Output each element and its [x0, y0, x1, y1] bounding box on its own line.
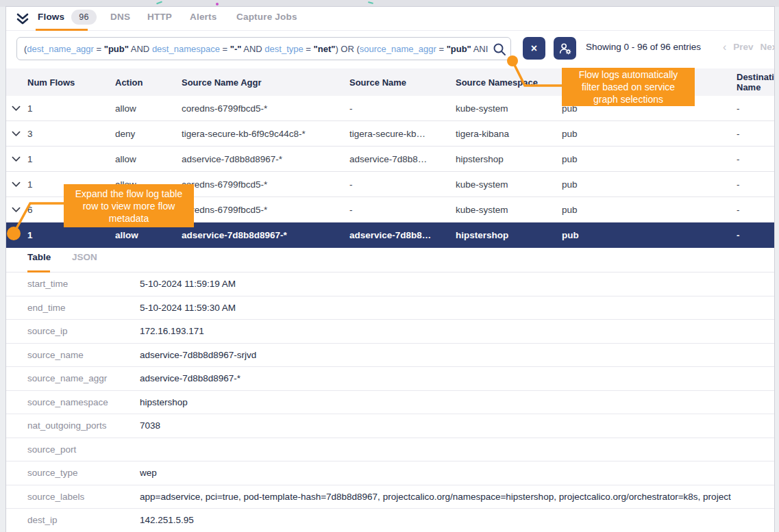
query-segment: dest_type [264, 44, 303, 54]
query-segment: AND [241, 44, 264, 54]
graph-edge-fragment [156, 1, 162, 5]
cell-src_name: - [349, 103, 456, 114]
cell-dest_aggr: pub [562, 129, 737, 139]
cell-src_aggr: tigera-secure-kb-6f9c9c44c8-* [182, 129, 349, 139]
flow-detail-fields: start_time5-10-2024 11:59:19 AMend_time5… [6, 273, 774, 532]
row-expand-chevron-icon[interactable] [10, 156, 27, 162]
cell-action: allow [115, 103, 182, 114]
detail-row: source_name_aggradservice-7d8b8d8967-* [6, 367, 774, 391]
query-segment: "-" [230, 44, 242, 54]
cell-src_name: - [349, 205, 456, 215]
detail-value: 142.251.5.95 [140, 515, 194, 525]
detail-value: 5-10-2024 11:59:30 AM [140, 303, 236, 313]
cell-src_aggr: coredns-6799fbcd5-* [182, 205, 349, 215]
tab-flows-label: Flows [38, 12, 64, 22]
detail-tab-table[interactable]: Table [27, 252, 51, 262]
query-segment: ) OR ( [335, 44, 359, 54]
cell-src_ns: kube-system [456, 103, 562, 114]
detail-row: start_time5-10-2024 11:59:19 AM [6, 273, 774, 296]
detail-row: source_port [6, 438, 774, 462]
next-button[interactable]: Next [761, 42, 775, 52]
user-settings-button[interactable] [554, 37, 576, 60]
filter-query-text: (dest_name_aggr = "pub" AND dest_namespa… [24, 44, 488, 54]
column-header: Source Name Aggr [182, 77, 349, 88]
flow-table-row[interactable]: 1allowadservice-7d8b8d8967-*adservice-7d… [6, 147, 774, 172]
cell-src_aggr: adservice-7d8b8d8967-* [182, 154, 349, 164]
row-expand-chevron-icon[interactable] [10, 181, 27, 188]
detail-key: end_time [6, 303, 140, 313]
tab-flows[interactable]: Flows96 [38, 7, 97, 30]
detail-row: source_nameadservice-7d8b8d8967-srjvd [6, 344, 774, 368]
query-segment: "net" [314, 44, 336, 54]
query-segment: source_name_aggr [360, 44, 436, 54]
cell-action: allow [115, 230, 182, 240]
cell-src_aggr: coredns-6799fbcd5-* [182, 179, 349, 190]
active-tab-underline [36, 29, 88, 31]
detail-value: app=adservice, pci=true, pod-template-ha… [140, 492, 731, 502]
detail-key: source_port [6, 444, 140, 455]
detail-value: 172.16.193.171 [140, 326, 204, 336]
tab-alerts[interactable]: Alerts [190, 7, 217, 30]
tab-dns[interactable]: DNS [110, 7, 130, 30]
cell-src_name: - [349, 179, 456, 190]
cell-src_ns: kube-system [456, 205, 562, 215]
detail-key: nat_outgoing_ports [6, 420, 140, 431]
cell-src_name: adservice-7d8b8… [349, 154, 456, 164]
query-segment: "pub" [104, 44, 129, 54]
graph-node-fragment [216, 3, 219, 5]
log-type-tabbar: Flows96 DNS HTTP Alerts Capture Jobs [6, 7, 774, 31]
flow-detail-tabbar: Table JSON [6, 248, 774, 273]
row-expand-chevron-icon[interactable] [10, 105, 27, 112]
cell-dest_name: - [737, 129, 774, 139]
detail-key: source_labels [6, 492, 140, 502]
prev-button[interactable]: Prev [733, 42, 753, 52]
cell-num: 1 [27, 230, 115, 240]
cell-dest_name: - [737, 205, 774, 215]
cell-num: 1 [27, 154, 115, 164]
row-expand-chevron-icon[interactable] [10, 131, 27, 137]
column-header: Num Flows [27, 77, 115, 88]
detail-key: source_name_aggr [6, 373, 140, 383]
cell-dest_name: - [737, 154, 774, 164]
cell-dest_aggr: pub [562, 154, 737, 164]
query-segment: AND [129, 44, 152, 54]
column-header: Source Name [349, 77, 456, 88]
collapse-panel-icon[interactable] [15, 12, 30, 27]
flows-count-badge: 96 [71, 10, 96, 25]
cell-src_ns: hipstershop [456, 154, 562, 164]
cell-src_name: adservice-7d8b8… [349, 230, 456, 240]
detail-tab-json[interactable]: JSON [72, 252, 97, 262]
query-segment: = [304, 44, 314, 54]
cell-action: deny [115, 129, 182, 139]
flow-filter-query-input[interactable]: (dest_name_aggr = "pub" AND dest_namespa… [16, 37, 511, 60]
cell-action: allow [115, 154, 182, 164]
query-segment: = [220, 44, 230, 54]
detail-row: nat_outgoing_ports7038 [6, 414, 774, 438]
cell-src_ns: kube-system [456, 179, 562, 190]
graph-edge-fragment [368, 1, 373, 4]
tab-http[interactable]: HTTP [147, 7, 172, 30]
query-segment: = [94, 44, 104, 54]
cell-num: 3 [27, 129, 115, 139]
detail-key: source_ip [6, 326, 140, 336]
detail-key: source_namespace [6, 397, 140, 407]
search-icon[interactable] [493, 42, 506, 56]
tab-capture-jobs[interactable]: Capture Jobs [236, 7, 297, 30]
flow-logs-screen: Flows96 DNS HTTP Alerts Capture Jobs (de… [0, 0, 779, 532]
cell-dest_name: - [737, 103, 774, 114]
query-segment: "pub" [447, 44, 471, 54]
prev-chevron-icon[interactable]: ‹ [723, 42, 726, 52]
detail-row: dest_ip142.251.5.95 [6, 509, 774, 532]
cell-src_name: tigera-secure-kb… [349, 129, 456, 139]
cell-dest_aggr: pub [562, 230, 737, 240]
clear-filter-button[interactable]: × [523, 37, 545, 60]
query-segment: ANI [471, 44, 489, 54]
cell-src_ns: hipstershop [456, 230, 562, 240]
flow-table-row[interactable]: 3denytigera-secure-kb-6f9c9c44c8-*tigera… [6, 121, 774, 147]
row-expand-chevron-icon[interactable] [10, 207, 27, 213]
cell-dest_name: - [737, 179, 774, 190]
query-segment: = [436, 44, 447, 54]
detail-value: hipstershop [140, 397, 188, 407]
query-segment: dest_name_aggr [27, 44, 94, 54]
cell-src_aggr: coredns-6799fbcd5-* [182, 103, 349, 114]
